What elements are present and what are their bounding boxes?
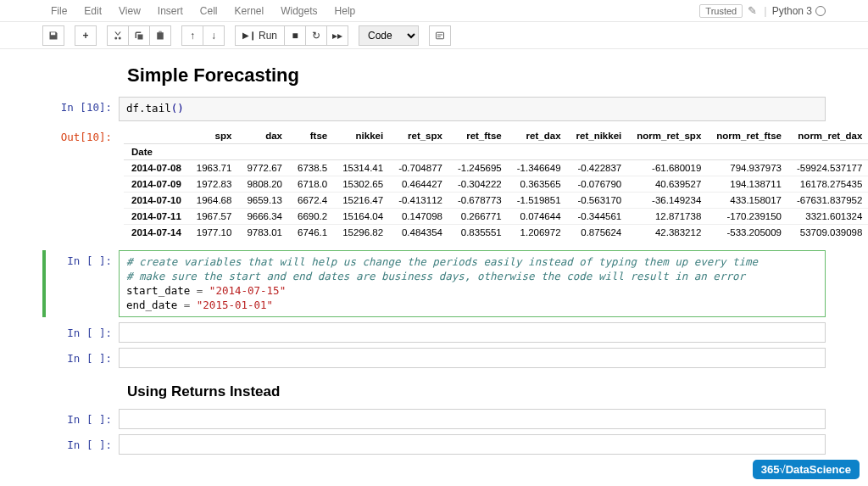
cell-selected[interactable]: In [ ]: # create variables that will hel… [42,250,826,318]
prompt-empty-4: In [ ]: [42,434,119,455]
heading-simple-forecasting: Simple Forecasting [127,64,826,87]
col-ret_ftse: ret_ftse [450,128,509,144]
menubar: File Edit View Insert Cell Kernel Widget… [0,0,868,22]
index-name: Date [124,143,189,159]
menu-cell[interactable]: Cell [192,2,226,20]
move-up-button[interactable]: ↑ [181,25,203,46]
code-input-empty-1[interactable] [119,322,826,343]
table-row: 2014-07-091972.839808.206718.015302.650.… [124,176,868,192]
col-nikkei: nikkei [335,128,391,144]
insert-cell-button[interactable]: + [75,25,97,46]
pencil-icon[interactable]: ✎ [748,4,757,17]
svg-rect-0 [437,32,444,39]
col-ftse: ftse [290,128,335,144]
menu-insert[interactable]: Insert [149,2,192,20]
move-down-button[interactable]: ↓ [203,25,225,46]
notebook-area[interactable]: Simple Forecasting In [10]: df.tail() Ou… [0,49,868,477]
dataframe-table: spxdaxftsenikkeiret_spxret_ftseret_daxre… [124,128,868,240]
code-input-empty-2[interactable] [119,348,826,368]
prompt-empty-2: In [ ]: [42,348,119,368]
code-input-empty-4[interactable] [119,434,826,455]
table-row: 2014-07-141977.109783.016746.115296.820.… [124,224,868,240]
table-row: 2014-07-111967.579666.346690.215164.040.… [124,208,868,224]
col-spx: spx [189,128,240,144]
cell-type-select[interactable]: Code [359,25,419,46]
paste-button[interactable] [149,25,171,46]
menu-kernel[interactable]: Kernel [226,2,273,20]
kernel-name[interactable]: Python 3 [772,5,812,17]
menu-edit[interactable]: Edit [75,2,110,20]
code-input-selected[interactable]: # create variables that will help us cha… [119,250,826,318]
cell-empty-1[interactable]: In [ ]: [42,322,826,343]
menu-widgets[interactable]: Widgets [272,2,326,20]
col-norm_ret_ftse: norm_ret_ftse [709,128,789,144]
trusted-badge[interactable]: Trusted [699,4,743,18]
heading-using-returns: Using Returns Instead [127,383,826,400]
col-norm_ret_dax: norm_ret_dax [789,128,868,144]
cell-empty-4[interactable]: In [ ]: [42,434,826,455]
col-ret_nikkei: ret_nikkei [569,128,630,144]
col-ret_spx: ret_spx [391,128,450,144]
watermark-365datascience: 365√DataScience [753,460,860,479]
svg-rect-1 [437,34,442,35]
cell-empty-3[interactable]: In [ ]: [42,409,826,429]
prompt-out-10: Out[10]: [42,126,119,242]
toolbar: + ↑ ↓ ▶❙Run ■ ↻ ▸▸ Code [0,22,868,49]
copy-button[interactable] [128,25,150,46]
kernel-idle-icon [815,6,826,16]
code-input-empty-3[interactable] [119,409,826,429]
cell-empty-2[interactable]: In [ ]: [42,348,826,368]
run-label: Run [259,30,277,42]
restart-button[interactable]: ↻ [305,25,327,46]
table-row: 2014-07-081963.719772.676738.515314.41-0… [124,159,868,176]
col-norm_ret_spx: norm_ret_spx [629,128,709,144]
code-input-10[interactable]: df.tail() [119,97,826,121]
command-palette-button[interactable] [429,25,451,46]
save-button[interactable] [42,25,64,46]
restart-run-all-button[interactable]: ▸▸ [326,25,348,46]
col-dax: dax [239,128,290,144]
menu-view[interactable]: View [110,2,149,20]
menu-help[interactable]: Help [326,2,364,20]
output-dataframe: spxdaxftsenikkeiret_spxret_ftseret_daxre… [119,126,868,242]
interrupt-button[interactable]: ■ [284,25,306,46]
run-button[interactable]: ▶❙Run [235,25,285,46]
prompt-selected: In [ ]: [42,250,119,318]
menu-file[interactable]: File [42,2,75,20]
table-row: 2014-07-101964.689659.136672.415216.47-0… [124,192,868,208]
prompt-empty-3: In [ ]: [42,409,119,429]
cell-10-output: Out[10]: spxdaxftsenikkeiret_spxret_ftse… [42,126,826,242]
col-ret_dax: ret_dax [509,128,569,144]
prompt-empty-1: In [ ]: [42,322,119,343]
svg-rect-2 [437,36,441,36]
prompt-in-10: In [10]: [42,97,119,121]
cell-10[interactable]: In [10]: df.tail() [42,97,826,121]
cut-button[interactable] [107,25,129,46]
